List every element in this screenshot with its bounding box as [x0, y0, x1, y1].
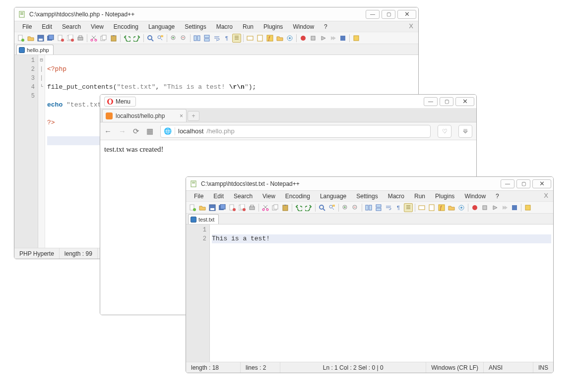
forward-button[interactable]: →	[119, 127, 126, 135]
menubar-close-icon[interactable]: X	[409, 22, 413, 30]
bookmark-heart-button[interactable]: ♡	[438, 125, 451, 138]
open-file-icon[interactable]	[26, 34, 35, 43]
find-icon[interactable]	[318, 203, 326, 212]
macro-save-icon[interactable]	[510, 203, 519, 212]
opera-titlebar[interactable]: Menu — ▢ ✕	[100, 95, 476, 109]
menu-macro[interactable]: Macro	[383, 192, 409, 201]
sync-v-icon[interactable]	[364, 203, 373, 212]
notepad2-editor[interactable]: 1 2 This is a test!	[186, 224, 553, 362]
menu-view[interactable]: View	[86, 22, 109, 31]
doc-map-icon[interactable]	[256, 34, 264, 43]
indent-guide-icon[interactable]	[232, 34, 241, 43]
func-list-icon[interactable]: ƒ	[437, 203, 446, 212]
menu-help[interactable]: ?	[491, 192, 504, 201]
cut-icon[interactable]	[261, 203, 270, 212]
show-all-chars-icon[interactable]: ¶	[394, 203, 403, 212]
menu-encoding[interactable]: Encoding	[280, 192, 315, 201]
zoom-in-icon[interactable]	[341, 203, 350, 212]
copy-icon[interactable]	[271, 203, 280, 212]
url-bar[interactable]: 🌐 localhost/hello.php	[160, 125, 431, 138]
close-file-icon[interactable]	[56, 34, 65, 43]
menu-encoding[interactable]: Encoding	[109, 22, 143, 31]
print-icon[interactable]	[248, 203, 257, 212]
menu-plugins[interactable]: Plugins	[258, 22, 288, 31]
wrap-icon[interactable]	[212, 34, 221, 43]
maximize-button[interactable]: ▢	[382, 10, 395, 19]
maximize-button[interactable]: ▢	[440, 97, 453, 106]
minimize-button[interactable]: —	[501, 179, 514, 188]
cut-icon[interactable]	[89, 34, 98, 43]
minimize-button[interactable]: —	[366, 10, 380, 19]
menu-file[interactable]: File	[17, 22, 37, 31]
menu-language[interactable]: Language	[315, 192, 351, 201]
menu-edit[interactable]: Edit	[37, 22, 57, 31]
monitor-icon[interactable]	[457, 203, 466, 212]
redo-icon[interactable]	[304, 203, 313, 212]
close-button[interactable]: ✕	[532, 179, 551, 188]
notepad1-titlebar[interactable]: C:\xampp\htdocs\hello.php - Notepad++ — …	[14, 7, 418, 21]
speed-dial-button[interactable]: ▦	[146, 127, 153, 136]
close-all-icon[interactable]	[66, 34, 75, 43]
close-button[interactable]: ✕	[455, 97, 474, 106]
print-icon[interactable]	[76, 34, 85, 43]
menu-window[interactable]: Window	[288, 22, 319, 31]
minimize-button[interactable]: —	[424, 97, 438, 106]
replace-icon[interactable]	[327, 203, 336, 212]
close-all-icon[interactable]	[238, 203, 247, 212]
save-all-icon[interactable]	[218, 203, 227, 212]
file-tab-hello[interactable]: hello.php	[16, 45, 54, 55]
browser-tab[interactable]: localhost/hello.php ×	[102, 109, 187, 122]
reload-button[interactable]: ⟳	[133, 127, 139, 136]
macro-record-icon[interactable]	[299, 34, 308, 43]
paste-icon[interactable]	[281, 203, 290, 212]
save-icon[interactable]	[208, 203, 217, 212]
menu-macro[interactable]: Macro	[211, 22, 238, 31]
undo-icon[interactable]	[294, 203, 303, 212]
menu-help[interactable]: ?	[319, 22, 332, 31]
wrap-icon[interactable]	[384, 203, 393, 212]
macro-stop-icon[interactable]	[480, 203, 489, 212]
fold-column[interactable]: ⊟ ││└	[38, 55, 45, 248]
sync-v-icon[interactable]	[193, 34, 201, 43]
menu-language[interactable]: Language	[143, 22, 180, 31]
menu-plugins[interactable]: Plugins	[430, 192, 459, 201]
menubar-close-icon[interactable]: X	[544, 192, 548, 199]
zoom-out-icon[interactable]	[179, 34, 188, 43]
close-file-icon[interactable]	[228, 203, 237, 212]
macro-play-multi-icon[interactable]	[328, 34, 337, 43]
close-button[interactable]: ✕	[397, 10, 416, 19]
lang-user-icon[interactable]	[246, 34, 255, 43]
folder-panel-icon[interactable]	[447, 203, 456, 212]
save-all-icon[interactable]	[46, 34, 55, 43]
maximize-button[interactable]: ▢	[516, 179, 530, 188]
toolbar-extra-icon[interactable]	[523, 203, 532, 212]
macro-play-icon[interactable]	[490, 203, 499, 212]
open-file-icon[interactable]	[198, 203, 207, 212]
new-tab-button[interactable]: +	[188, 111, 199, 121]
indent-guide-icon[interactable]	[404, 203, 413, 212]
macro-stop-icon[interactable]	[309, 34, 318, 43]
downloads-button[interactable]: ⟱	[458, 125, 472, 138]
new-file-icon[interactable]	[16, 34, 25, 43]
opera-menu-button[interactable]: Menu	[104, 97, 136, 107]
menu-file[interactable]: File	[189, 192, 208, 201]
save-icon[interactable]	[36, 34, 45, 43]
back-button[interactable]: ←	[104, 127, 112, 135]
paste-icon[interactable]	[109, 34, 118, 43]
file-tab-test[interactable]: test.txt	[188, 214, 219, 224]
macro-play-icon[interactable]	[319, 34, 327, 43]
folder-panel-icon[interactable]	[275, 34, 284, 43]
copy-icon[interactable]	[99, 34, 108, 43]
menu-search[interactable]: Search	[229, 192, 257, 201]
menu-run[interactable]: Run	[409, 192, 430, 201]
menu-edit[interactable]: Edit	[208, 192, 229, 201]
new-file-icon[interactable]	[188, 203, 197, 212]
notepad2-titlebar[interactable]: C:\xampp\htdocs\test.txt - Notepad++ — ▢…	[186, 177, 553, 191]
toolbar-extra-icon[interactable]	[352, 34, 361, 43]
menu-search[interactable]: Search	[57, 22, 86, 31]
redo-icon[interactable]	[132, 34, 141, 43]
sync-h-icon[interactable]	[202, 34, 211, 43]
lang-user-icon[interactable]	[417, 203, 426, 212]
menu-settings[interactable]: Settings	[180, 22, 211, 31]
tab-close-icon[interactable]: ×	[180, 112, 183, 119]
